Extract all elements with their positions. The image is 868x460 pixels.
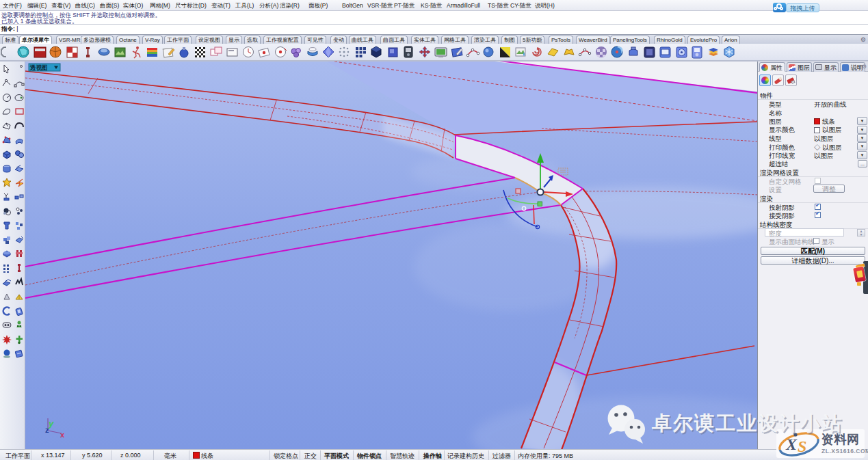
svg-text:透视图: 透视图: [29, 64, 48, 71]
svg-text:x: x: [60, 431, 65, 439]
svg-text:X: X: [785, 435, 798, 453]
svg-text:z: z: [45, 426, 49, 434]
svg-text:S: S: [798, 437, 806, 455]
